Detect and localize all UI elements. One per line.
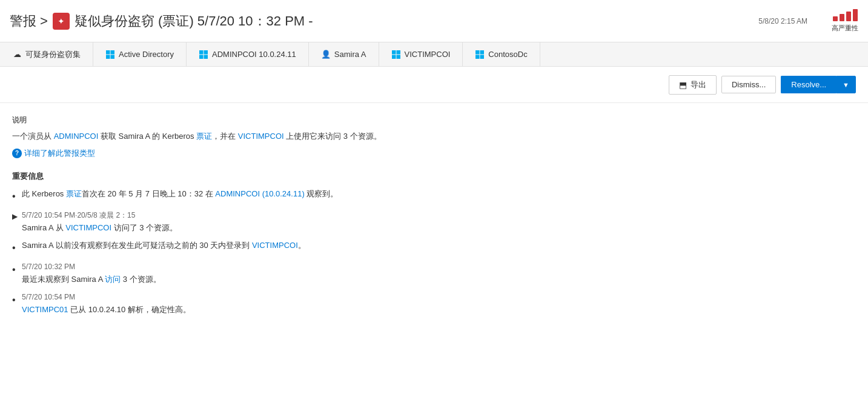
alert-icon xyxy=(53,13,70,30)
item4-text: 5/7/20 10:32 PM 最近未观察到 Samira A 访问 3 个资源… xyxy=(22,261,161,286)
item2-link-victimpcoi[interactable]: VICTIMPCOI xyxy=(65,223,111,232)
svg-rect-15 xyxy=(480,55,485,59)
tab-victimpcoi-label: VICTIMPCOI xyxy=(405,50,451,59)
desc-mid1: 获取 Samira A 的 Kerberos xyxy=(98,132,196,141)
resolve-dropdown-arrow[interactable]: ▼ xyxy=(836,76,856,93)
bullet-list: • 此 Kerberos 票证首次在 20 年 5 月 7 日晚上 10：32 … xyxy=(12,188,856,316)
list-item: • 此 Kerberos 票证首次在 20 年 5 月 7 日晚上 10：32 … xyxy=(12,188,856,204)
chevron-down-icon: ▼ xyxy=(843,81,849,89)
bullet-dot-5: • xyxy=(12,293,22,307)
nav-tabs: ☁ 可疑身份盗窃集 Active Directory ADMINPCOI 10.… xyxy=(0,42,868,67)
severity-bar-3 xyxy=(846,12,851,21)
svg-rect-3 xyxy=(111,55,115,59)
tab-samira-label: Samira A xyxy=(334,50,366,59)
tab-ad[interactable]: Active Directory xyxy=(93,42,187,66)
severity-bar-1 xyxy=(833,16,838,21)
desc-mid2: ，并在 xyxy=(212,132,238,141)
description-section: 说明 一个演员从 ADMINPCOI 获取 Samira A 的 Kerbero… xyxy=(12,115,856,159)
severity-label: 高严重性 xyxy=(832,24,858,33)
alert-title: 疑似身份盗窃 (票证) 5/7/20 10：32 PM - xyxy=(75,12,313,30)
info-section: 重要信息 • 此 Kerberos 票证首次在 20 年 5 月 7 日晚上 1… xyxy=(12,171,856,316)
item5-timestamp: 5/7/20 10:54 PM xyxy=(22,292,191,303)
windows-icon-contoso xyxy=(475,50,485,59)
toolbar: ⬒ 导出 Dismiss... Resolve... ▼ xyxy=(0,67,868,103)
windows-icon-victim xyxy=(391,50,401,59)
help-link[interactable]: ? 详细了解此警报类型 xyxy=(12,148,856,159)
svg-rect-13 xyxy=(480,50,485,55)
info-section-title: 重要信息 xyxy=(12,171,856,182)
resolve-label: Resolve... xyxy=(791,80,826,89)
desc-suffix: 上使用它来访问 3 个资源。 xyxy=(284,132,382,141)
dismiss-button[interactable]: Dismiss... xyxy=(721,76,776,93)
svg-rect-14 xyxy=(475,55,480,59)
desc-prefix: 一个演员从 xyxy=(12,132,54,141)
cloud-icon: ☁ xyxy=(12,50,22,59)
tab-suspicious[interactable]: ☁ 可疑身份盗窃集 xyxy=(0,42,93,66)
description-text: 一个演员从 ADMINPCOI 获取 Samira A 的 Kerberos 票… xyxy=(12,130,856,143)
item5-main: VICTIMPC01 已从 10.0.24.10 解析，确定性高。 xyxy=(22,305,191,314)
list-item: • Samira A 以前没有观察到在发生此可疑活动之前的 30 天内登录到 V… xyxy=(12,239,856,255)
resolve-button[interactable]: Resolve... xyxy=(781,76,836,93)
resolve-split-button: Resolve... ▼ xyxy=(781,76,856,93)
severity-block: 高严重性 xyxy=(832,9,858,33)
severity-bar-4 xyxy=(853,9,858,21)
item4-timestamp: 5/7/20 10:32 PM xyxy=(22,261,161,272)
tab-adminpcoi[interactable]: ADMINPCOI 10.0.24.11 xyxy=(187,42,309,66)
export-label: 导出 xyxy=(691,79,706,90)
item3-text: Samira A 以前没有观察到在发生此可疑活动之前的 30 天内登录到 VIC… xyxy=(22,239,306,252)
desc-link-victimpcoi[interactable]: VICTIMPCOI xyxy=(238,132,284,141)
header-title: 警报 > 疑似身份盗窃 (票证) 5/7/20 10：32 PM - xyxy=(10,12,758,30)
header-bar: 警报 > 疑似身份盗窃 (票证) 5/7/20 10：32 PM - 5/8/2… xyxy=(0,0,868,42)
svg-rect-12 xyxy=(475,50,480,55)
user-icon: 👤 xyxy=(321,50,331,59)
item3-link-victimpcoi[interactable]: VICTIMPCOI xyxy=(252,241,298,250)
svg-rect-10 xyxy=(392,55,396,59)
tab-adminpcoi-label: ADMINPCOI 10.0.24.11 xyxy=(212,50,296,59)
svg-rect-4 xyxy=(199,50,204,55)
bullet-dot-1: • xyxy=(12,189,22,204)
list-item: ▶ 5/7/20 10:54 PM·20/5/8 凌晨 2：15 Samira … xyxy=(12,210,856,234)
item1-link-adminpcoi[interactable]: ADMINPCOI (10.0.24.11) xyxy=(215,189,304,198)
bullet-dot-3: • xyxy=(12,241,22,255)
severity-bar-2 xyxy=(840,14,844,21)
svg-rect-7 xyxy=(204,55,208,59)
expand-icon-1[interactable]: ▶ xyxy=(12,211,22,222)
svg-rect-6 xyxy=(199,55,204,59)
svg-rect-11 xyxy=(396,55,400,59)
item1-text: 此 Kerberos 票证首次在 20 年 5 月 7 日晚上 10：32 在 … xyxy=(22,188,338,200)
svg-rect-5 xyxy=(204,50,208,55)
item2-main: Samira A 从 VICTIMPCOI 访问了 3 个资源。 xyxy=(22,223,177,232)
list-item: • 5/7/20 10:54 PM VICTIMPC01 已从 10.0.24.… xyxy=(12,292,856,316)
main-content: 说明 一个演员从 ADMINPCOI 获取 Samira A 的 Kerbero… xyxy=(0,103,868,333)
item4-link-access[interactable]: 访问 xyxy=(105,275,121,284)
export-icon: ⬒ xyxy=(679,80,687,90)
severity-bars xyxy=(833,9,858,21)
tab-suspicious-label: 可疑身份盗窃集 xyxy=(25,49,81,60)
desc-link-adminpcoi[interactable]: ADMINPCOI xyxy=(54,132,99,141)
item2-timestamp: 5/7/20 10:54 PM·20/5/8 凌晨 2：15 xyxy=(22,210,177,221)
tab-contosodc-label: ContosoDc xyxy=(488,50,527,59)
dismiss-label: Dismiss... xyxy=(732,80,766,89)
tab-samira[interactable]: 👤 Samira A xyxy=(309,42,379,66)
desc-link-ticket[interactable]: 票证 xyxy=(196,132,212,141)
windows-icon-ad xyxy=(105,50,115,59)
description-label: 说明 xyxy=(12,115,856,125)
svg-rect-9 xyxy=(396,50,400,55)
windows-icon-admin xyxy=(199,50,208,59)
item1-link-ticket[interactable]: 票证 xyxy=(66,189,82,198)
tab-ad-label: Active Directory xyxy=(119,50,174,59)
svg-rect-2 xyxy=(106,55,110,59)
tab-victimpcoi[interactable]: VICTIMPCOI xyxy=(379,42,463,66)
svg-rect-0 xyxy=(106,50,110,55)
export-button[interactable]: ⬒ 导出 xyxy=(669,75,717,95)
list-item: • 5/7/20 10:32 PM 最近未观察到 Samira A 访问 3 个… xyxy=(12,261,856,286)
help-icon: ? xyxy=(12,149,22,158)
tab-contosodc[interactable]: ContosoDc xyxy=(463,42,540,66)
item2-text: 5/7/20 10:54 PM·20/5/8 凌晨 2：15 Samira A … xyxy=(22,210,177,234)
alert-prefix: 警报 > xyxy=(10,12,48,30)
help-link-text: 详细了解此警报类型 xyxy=(24,148,95,159)
svg-rect-1 xyxy=(111,50,115,55)
item5-link-victimpc01[interactable]: VICTIMPC01 xyxy=(22,305,68,314)
bullet-dot-4: • xyxy=(12,263,22,277)
item4-main: 最近未观察到 Samira A 访问 3 个资源。 xyxy=(22,275,161,284)
